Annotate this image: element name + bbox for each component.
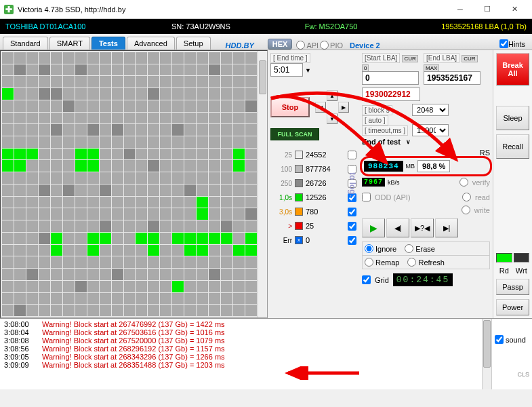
end-time-label: [ End time ] [270,53,310,63]
break-all-button[interactable]: BreakAll [496,53,529,85]
end-time-field[interactable] [270,63,303,77]
stat-1s: 12526 [306,193,327,201]
pio-radio[interactable] [320,41,329,50]
end-lba-field[interactable] [424,71,480,85]
block-select[interactable]: 2048 [412,104,449,116]
log-chk-3s[interactable] [348,208,356,216]
hdd-by-link[interactable]: HDD.BY [226,39,254,50]
start-lba-field[interactable] [362,71,419,85]
window-minimize[interactable]: ─ [447,1,474,18]
tabbar: Standard SMART Tests Advanced Setup HDD.… [0,34,532,50]
cur-start[interactable]: CUR [402,55,417,62]
power-button[interactable]: Power [496,299,529,315]
stat-err: 0 [306,236,310,244]
end-of-test-label: End of test [362,138,401,146]
control-panel-1: [ End time ] ▼ Stop ▲ ▼ ◀ ▶ FULL SCAN 25… [268,50,359,318]
rd-led [496,253,512,263]
window-titlebar: ✚ Victoria 4.73b SSD, http://hdd.by ─ ☐ … [0,0,532,19]
hints-toggle[interactable]: Hints [495,38,529,50]
log-scrollbar[interactable] [482,319,491,389]
tab-setup[interactable]: Setup [176,37,211,50]
log-chk-25[interactable] [348,151,356,159]
stat-25: 24552 [306,151,327,159]
timer-display: 00:24:45 [393,273,453,286]
refresh-radio[interactable] [407,258,416,267]
kbs-value: 7967 [362,178,385,187]
app-icon: ✚ [4,5,14,14]
cur-end[interactable]: CUR [462,55,477,62]
wrt-led [514,253,530,263]
drive-sn: SN: 73AU2W9NS [136,22,266,31]
verify-radio[interactable] [459,178,468,187]
window-close[interactable]: ✕ [501,1,528,18]
api-pio-group: API PIO [296,41,344,50]
grid-scrollbar[interactable] [258,51,267,317]
drive-model: TOSHIBA DT01ACA100 [5,22,136,31]
seek-button[interactable]: ▶?◀ [411,218,434,237]
sidebar: BreakAll Sleep Recall RdWrt Passp Power [493,50,532,318]
pos-lba-field[interactable] [362,88,420,101]
dpad-down[interactable]: ▼ [327,113,337,124]
stat-gt: 25 [306,222,314,230]
stat-100: 877784 [306,165,331,173]
drive-lba: 1953525168 LBA (1,0 Tb) [396,22,527,31]
log-chk-gt[interactable] [348,222,356,231]
stat-3s: 780 [306,208,318,216]
tab-tests[interactable]: Tests [91,37,125,50]
hex-button[interactable]: HEX [268,39,293,50]
window-maximize[interactable]: ☐ [474,1,501,18]
dpad-right[interactable]: ▶ [338,102,349,113]
api-radio[interactable] [296,41,305,50]
cls-button[interactable]: CLS [495,371,529,378]
timeout-select[interactable]: 1..000 [412,124,449,136]
hints-checkbox[interactable] [499,39,508,48]
stat-250: 26726 [306,179,327,187]
drive-fw: Fw: MS2OA750 [266,22,396,31]
log-panel: 3:08:00Warning! Block start at 267476992… [0,318,532,389]
mb-value: 988234 [364,161,403,172]
sleep-button[interactable]: Sleep [496,106,529,130]
stop-button[interactable]: Stop [270,97,310,117]
odd-check[interactable] [362,193,371,201]
step-fwd-button[interactable]: ▶| [435,218,458,237]
surface-grid [0,50,268,318]
dpad: ▲ ▼ ◀ ▶ [315,90,349,124]
device-selector[interactable]: Device 2 [350,39,380,50]
play-button[interactable]: ▶ [362,218,385,237]
remap-radio[interactable] [365,258,373,267]
ignore-radio[interactable] [365,244,373,253]
tab-smart[interactable]: SMART [49,37,90,50]
tab-standard[interactable]: Standard [3,37,48,50]
percent-value: 98,8 % [417,160,450,172]
to-log-label: to log: [348,172,357,197]
dpad-up[interactable]: ▲ [327,90,337,101]
drive-infobar: TOSHIBA DT01ACA100 SN: 73AU2W9NS Fw: MS2… [0,19,532,34]
passp-button[interactable]: Passp [496,279,529,295]
tab-advanced[interactable]: Advanced [127,37,175,50]
recall-button[interactable]: Recall [496,134,529,159]
window-title: Victoria 4.73b SSD, http://hdd.by [18,5,447,14]
log-chk-err[interactable] [348,236,356,245]
log-text[interactable]: 3:08:00Warning! Block start at 267476992… [0,319,482,389]
sound-check[interactable] [495,335,504,344]
step-back-button[interactable]: ◀| [386,218,409,237]
grid-check[interactable] [362,275,371,284]
erase-radio[interactable] [405,244,413,253]
control-panel-2: [Start LBA] CUR 0 [End LBA] CUR MAX [ bl… [359,50,493,318]
write-radio[interactable] [462,206,470,214]
full-scan-button[interactable]: FULL SCAN [270,128,319,140]
read-radio[interactable] [462,193,471,201]
dpad-left[interactable]: ◀ [315,102,326,113]
